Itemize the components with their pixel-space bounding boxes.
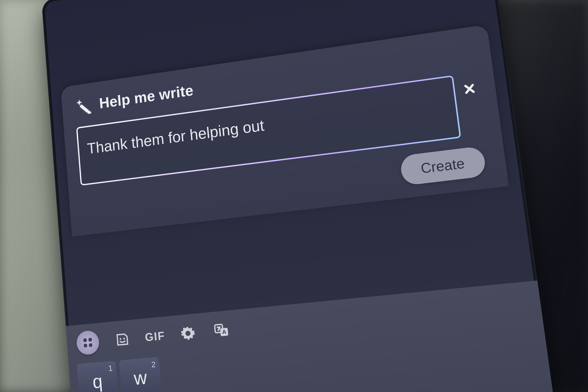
gif-button[interactable]: GIF	[145, 326, 165, 347]
gear-icon[interactable]	[178, 323, 198, 344]
card-title: Help me write	[99, 82, 194, 112]
help-me-write-card: Help me write Thank them for helping out	[61, 24, 509, 236]
key-w[interactable]: w2	[119, 357, 162, 392]
keyboard[interactable]: GIF A q1w2	[66, 280, 567, 392]
key-q[interactable]: q1	[77, 361, 119, 392]
phone-screen: Help me write Thank them for helping out	[41, 0, 567, 392]
svg-rect-4	[83, 338, 87, 342]
svg-rect-5	[88, 338, 92, 342]
create-button[interactable]: Create	[399, 146, 487, 186]
svg-rect-6	[84, 344, 87, 348]
svg-text:A: A	[222, 328, 226, 335]
magic-pen-icon	[75, 96, 94, 116]
clear-prompt-button[interactable]	[461, 81, 478, 96]
svg-point-9	[123, 338, 125, 340]
sticker-icon[interactable]	[113, 329, 132, 350]
translate-icon[interactable]: A	[211, 320, 232, 341]
svg-rect-7	[89, 343, 92, 347]
svg-point-8	[120, 338, 121, 340]
apps-grid-button[interactable]	[76, 330, 100, 356]
